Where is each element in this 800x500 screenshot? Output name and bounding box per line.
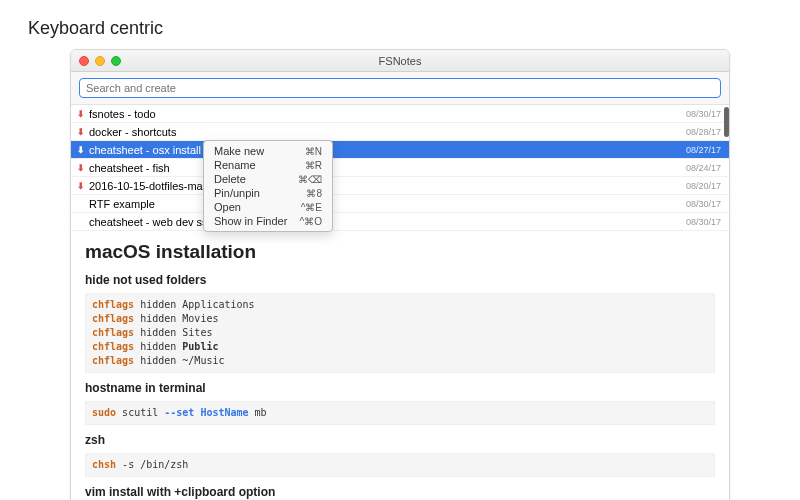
note-date: 08/24/17 <box>686 163 721 173</box>
maximize-icon[interactable] <box>111 56 121 66</box>
menu-shortcut: ^⌘O <box>300 216 322 227</box>
note-title: RTF example <box>89 198 686 210</box>
menu-shortcut: ⌘R <box>305 160 322 171</box>
note-row[interactable]: ⬇cheatsheet - fish08/24/17 <box>71 159 729 177</box>
close-icon[interactable] <box>79 56 89 66</box>
menu-item[interactable]: Rename⌘R <box>204 158 332 172</box>
menu-label: Rename <box>214 159 256 171</box>
note-row[interactable]: ⬇2016-10-15-dotfiles-manager08/20/17 <box>71 177 729 195</box>
pin-icon: ⬇ <box>77 146 85 154</box>
menu-shortcut: ⌘⌫ <box>298 174 322 185</box>
note-row[interactable]: cheatsheet - web dev ssh tunnel08/30/17 <box>71 213 729 231</box>
note-title: cheatsheet - fish <box>89 162 686 174</box>
scrollbar[interactable] <box>724 107 729 137</box>
menu-item[interactable]: Delete⌘⌫ <box>204 172 332 186</box>
code-block: chflags hidden Applications chflags hidd… <box>85 293 715 373</box>
menu-item[interactable]: Open^⌘E <box>204 200 332 214</box>
article-title: macOS installation <box>85 241 715 263</box>
window-title: FSNotes <box>71 55 729 67</box>
menu-item[interactable]: Pin/unpin⌘8 <box>204 186 332 200</box>
pin-icon: ⬇ <box>77 128 85 136</box>
menu-shortcut: ^⌘E <box>301 202 322 213</box>
menu-item[interactable]: Make new⌘N <box>204 144 332 158</box>
menu-label: Show in Finder <box>214 215 287 227</box>
note-row[interactable]: ⬇docker - shortcuts08/28/17 <box>71 123 729 141</box>
section-heading: vim install with +clipboard option <box>85 485 715 499</box>
note-date: 08/27/17 <box>686 145 721 155</box>
menu-shortcut: ⌘N <box>305 146 322 157</box>
menu-label: Make new <box>214 145 264 157</box>
note-list: Make new⌘NRename⌘RDelete⌘⌫Pin/unpin⌘8Ope… <box>71 105 729 231</box>
note-date: 08/30/17 <box>686 217 721 227</box>
pin-icon: ⬇ <box>77 164 85 172</box>
pin-icon: ⬇ <box>77 182 85 190</box>
titlebar: FSNotes <box>71 50 729 72</box>
note-date: 08/30/17 <box>686 109 721 119</box>
menu-label: Pin/unpin <box>214 187 260 199</box>
context-menu: Make new⌘NRename⌘RDelete⌘⌫Pin/unpin⌘8Ope… <box>203 140 333 232</box>
section-heading: hostname in terminal <box>85 381 715 395</box>
note-date: 08/20/17 <box>686 181 721 191</box>
pin-icon: ⬇ <box>77 110 85 118</box>
menu-shortcut: ⌘8 <box>306 188 322 199</box>
minimize-icon[interactable] <box>95 56 105 66</box>
note-date: 08/28/17 <box>686 127 721 137</box>
note-title: 2016-10-15-dotfiles-manager <box>89 180 686 192</box>
toolbar <box>71 72 729 105</box>
note-title: cheatsheet - web dev ssh tunnel <box>89 216 686 228</box>
editor-content: macOS installationhide not used foldersc… <box>71 231 729 500</box>
note-row[interactable]: ⬇fsnotes - todo08/30/17 <box>71 105 729 123</box>
menu-item[interactable]: Show in Finder^⌘O <box>204 214 332 228</box>
note-row[interactable]: ⬇cheatsheet - osx install08/27/17 <box>71 141 729 159</box>
search-input[interactable] <box>79 78 721 98</box>
menu-label: Delete <box>214 173 246 185</box>
note-title: fsnotes - todo <box>89 108 686 120</box>
code-block: sudo scutil --set HostName mb <box>85 401 715 425</box>
code-block: chsh -s /bin/zsh <box>85 453 715 477</box>
note-row[interactable]: RTF example08/30/17 <box>71 195 729 213</box>
note-date: 08/30/17 <box>686 199 721 209</box>
app-window: FSNotes Make new⌘NRename⌘RDelete⌘⌫Pin/un… <box>70 49 730 500</box>
section-heading: hide not used folders <box>85 273 715 287</box>
section-heading: zsh <box>85 433 715 447</box>
menu-label: Open <box>214 201 241 213</box>
traffic-lights <box>79 56 121 66</box>
note-title: cheatsheet - osx install <box>89 144 686 156</box>
page-heading: Keyboard centric <box>28 18 772 39</box>
note-title: docker - shortcuts <box>89 126 686 138</box>
